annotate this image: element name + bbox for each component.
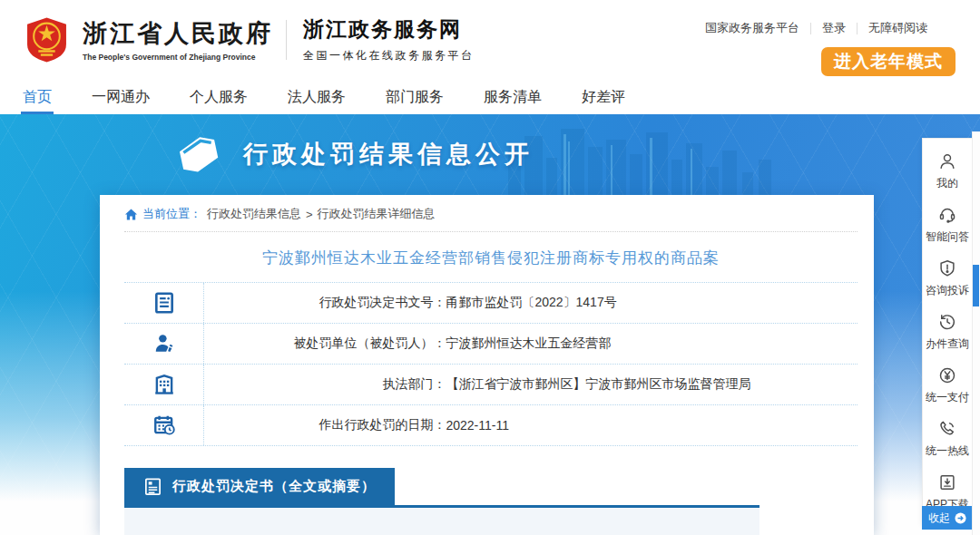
case-title: 宁波鄞州恒达木业五金经营部销售侵犯注册商标专用权的商品案 [124, 248, 858, 268]
nav-items: 首页 一网通办 个人服务 法人服务 部门服务 服务清单 好差评 [0, 80, 980, 114]
table-row: 被处罚单位（被处罚人）： 宁波鄞州恒达木业五金经营部 [124, 324, 858, 365]
field-label: 执法部门： [204, 376, 446, 393]
nav-item-rating[interactable]: 好差评 [582, 80, 625, 114]
floating-sidebar: 我的 智能问答 咨询投诉 办件查询 [922, 138, 973, 525]
headset-icon [937, 205, 957, 225]
nav-item-home[interactable]: 首页 [23, 80, 52, 114]
portal-subtitle: 全国一体化在线政务服务平台 [303, 48, 475, 63]
field-value: 【浙江省宁波市鄞州区】宁波市鄞州区市场监督管理局 [446, 376, 750, 393]
decision-doc-icon [143, 477, 162, 496]
decision-section: 行政处罚决定书（全文或摘要） [124, 468, 858, 535]
hotline-phone-icon [937, 419, 957, 439]
portal-name: 浙江政务服务网 [303, 15, 475, 44]
top-header: 浙江省人民政府 The People's Government of Zheji… [0, 0, 980, 80]
history-clock-icon [937, 312, 957, 332]
link-national-platform[interactable]: 国家政务服务平台 [694, 20, 810, 36]
sidebar-item-payment[interactable]: 统一支付 [923, 358, 972, 412]
field-label: 行政处罚决定书文号： [204, 295, 446, 311]
table-row: 执法部门： 【浙江省宁波市鄞州区】宁波市鄞州区市场监督管理局 [124, 365, 858, 405]
city-skyline-decoration [508, 123, 808, 196]
sidebar-item-label: 统一支付 [926, 390, 969, 405]
nav-item-department-services[interactable]: 部门服务 [386, 80, 444, 114]
decision-section-header: 行政处罚决定书（全文或摘要） [124, 468, 395, 505]
field-doc-number: 行政处罚决定书文号： 甬鄞市监处罚〔2022〕1417号 [204, 283, 858, 323]
link-accessibility[interactable]: 无障碍阅读 [858, 20, 938, 36]
field-value: 宁波鄞州恒达木业五金经营部 [446, 336, 611, 352]
sidebar-item-complaint[interactable]: 咨询投诉 [923, 251, 972, 305]
home-icon [124, 208, 138, 221]
sidebar-item-mine[interactable]: 我的 [923, 144, 972, 198]
field-label: 作出行政处罚的日期： [204, 417, 446, 433]
site-name-block: 浙江省人民政府 The People's Government of Zheji… [83, 17, 273, 62]
app-download-icon [937, 472, 957, 492]
arrow-right-circle-icon [955, 512, 966, 524]
link-login[interactable]: 登录 [811, 20, 857, 36]
field-penalty-date: 作出行政处罚的日期： 2022-11-11 [204, 405, 858, 445]
field-punished-party: 被处罚单位（被处罚人）： 宁波鄞州恒达木业五金经营部 [204, 324, 858, 364]
book-icon [171, 129, 227, 180]
main-nav: 首页 一网通办 个人服务 法人服务 部门服务 服务清单 好差评 搜索 [0, 80, 980, 114]
sidebar-item-label: 我的 [936, 176, 958, 191]
field-value: 甬鄞市监处罚〔2022〕1417号 [446, 295, 616, 311]
breadcrumb-prefix: 当前位置： [142, 206, 201, 222]
nav-item-personal-services[interactable]: 个人服务 [190, 80, 248, 114]
site-name-en: The People's Government of Zhejiang Prov… [83, 53, 273, 62]
banner-title: 行政处罚结果信息公开 [243, 138, 534, 170]
breadcrumb-divider [124, 231, 858, 232]
brand-block: 浙江省人民政府 The People's Government of Zheji… [25, 15, 475, 63]
scrollbar-thumb[interactable] [973, 265, 979, 306]
sidebar-collapse-button[interactable]: 收起 [922, 506, 973, 530]
page: 浙江省人民政府 The People's Government of Zheji… [0, 0, 980, 535]
sidebar-item-label: 统一热线 [926, 443, 969, 459]
collapse-label: 收起 [928, 511, 950, 526]
table-row: 行政处罚决定书文号： 甬鄞市监处罚〔2022〕1417号 [124, 283, 858, 324]
site-name-cn: 浙江省人民政府 [83, 17, 273, 50]
document-number-icon [124, 283, 204, 323]
sidebar-item-label: 办件查询 [926, 336, 969, 352]
decision-section-title: 行政处罚决定书（全文或摘要） [172, 478, 376, 495]
banner-header: 行政处罚结果信息公开 [174, 133, 534, 175]
punished-party-icon [124, 324, 204, 364]
breadcrumb-current: 行政处罚结果详细信息 [318, 206, 436, 222]
sidebar-item-label: 咨询投诉 [926, 283, 969, 298]
sidebar-item-smart-qa[interactable]: 智能问答 [923, 198, 972, 251]
header-divider [286, 20, 287, 60]
field-value: 2022-11-11 [446, 418, 509, 433]
portal-name-block: 浙江政务服务网 全国一体化在线政务服务平台 [303, 15, 475, 63]
sidebar-item-hotline[interactable]: 统一热线 [923, 412, 972, 465]
penalty-date-icon [124, 405, 204, 445]
sidebar-item-label: 智能问答 [926, 229, 969, 245]
complaint-shield-icon [937, 258, 957, 278]
case-fields-table: 行政处罚决定书文号： 甬鄞市监处罚〔2022〕1417号 [124, 282, 858, 446]
content-card: 当前位置： 行政处罚结果信息 > 行政处罚结果详细信息 宁波鄞州恒达木业五金经营… [100, 195, 874, 535]
breadcrumb-separator: > [306, 208, 313, 221]
elder-mode-button[interactable]: 进入老年模式 [821, 47, 956, 76]
sidebar-item-case-query[interactable]: 办件查询 [923, 305, 972, 358]
payment-yuan-icon [937, 365, 957, 385]
nav-item-legal-services[interactable]: 法人服务 [288, 80, 346, 114]
table-row: 作出行政处罚的日期： 2022-11-11 [124, 405, 858, 446]
breadcrumb-link-penalty-results[interactable]: 行政处罚结果信息 [207, 206, 301, 222]
decision-document-panel [124, 508, 760, 535]
top-links: 国家政务服务平台 登录 无障碍阅读 [694, 20, 938, 36]
nav-item-yiwangtongban[interactable]: 一网通办 [92, 80, 150, 114]
breadcrumb: 当前位置： 行政处罚结果信息 > 行政处罚结果详细信息 [124, 204, 858, 224]
enforcement-dept-icon [124, 365, 204, 404]
user-icon [937, 151, 957, 171]
field-label: 被处罚单位（被处罚人）： [204, 336, 446, 352]
national-emblem-logo [25, 16, 68, 63]
nav-item-service-list[interactable]: 服务清单 [484, 80, 542, 114]
decision-tab-row: 行政处罚决定书（全文或摘要） [124, 468, 760, 508]
field-enforcement-dept: 执法部门： 【浙江省宁波市鄞州区】宁波市鄞州区市场监督管理局 [204, 365, 858, 404]
scrollbar-track[interactable] [972, 131, 980, 535]
